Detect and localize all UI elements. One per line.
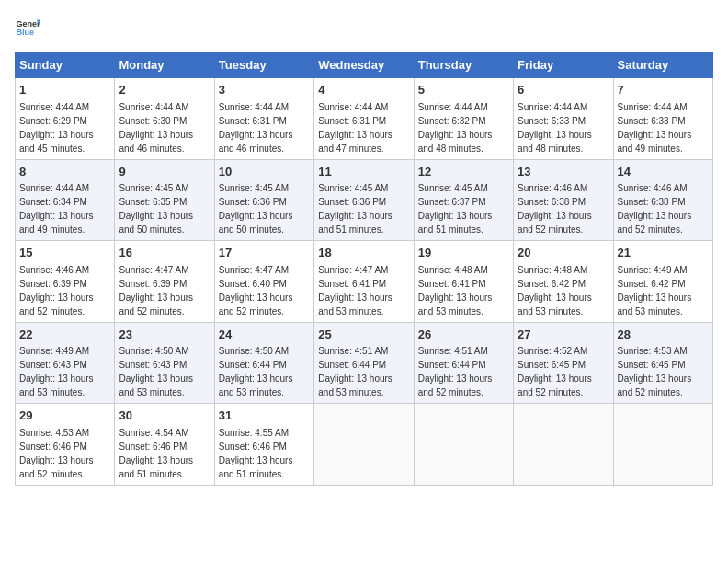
calendar-day-cell: 26 Sunrise: 4:51 AMSunset: 6:44 PMDaylig… bbox=[414, 322, 513, 404]
calendar-day-cell: 3 Sunrise: 4:44 AMSunset: 6:31 PMDayligh… bbox=[214, 78, 313, 160]
day-number: 3 bbox=[219, 82, 310, 98]
calendar-day-cell bbox=[613, 404, 712, 486]
calendar-day-cell: 19 Sunrise: 4:48 AMSunset: 6:41 PMDaylig… bbox=[414, 241, 513, 323]
day-info: Sunrise: 4:45 AMSunset: 6:36 PMDaylight:… bbox=[318, 183, 392, 235]
calendar-week-row: 1 Sunrise: 4:44 AMSunset: 6:29 PMDayligh… bbox=[16, 78, 713, 160]
calendar-day-cell bbox=[314, 404, 414, 486]
day-info: Sunrise: 4:52 AMSunset: 6:45 PMDaylight:… bbox=[518, 346, 592, 397]
day-info: Sunrise: 4:46 AMSunset: 6:39 PMDaylight:… bbox=[19, 265, 94, 316]
logo: General Blue bbox=[15, 15, 40, 40]
day-info: Sunrise: 4:45 AMSunset: 6:37 PMDaylight:… bbox=[418, 183, 493, 235]
calendar-day-cell: 14 Sunrise: 4:46 AMSunset: 6:38 PMDaylig… bbox=[613, 159, 712, 241]
day-number: 2 bbox=[119, 82, 210, 98]
svg-text:General: General bbox=[16, 19, 40, 29]
day-info: Sunrise: 4:45 AMSunset: 6:35 PMDaylight:… bbox=[119, 183, 193, 235]
calendar-day-cell: 31 Sunrise: 4:55 AMSunset: 6:46 PMDaylig… bbox=[214, 404, 313, 486]
day-info: Sunrise: 4:51 AMSunset: 6:44 PMDaylight:… bbox=[318, 346, 392, 397]
day-info: Sunrise: 4:46 AMSunset: 6:38 PMDaylight:… bbox=[518, 183, 592, 235]
day-number: 9 bbox=[119, 164, 210, 180]
day-number: 28 bbox=[618, 327, 709, 343]
day-number: 14 bbox=[618, 164, 709, 180]
day-info: Sunrise: 4:50 AMSunset: 6:44 PMDaylight:… bbox=[219, 346, 293, 397]
day-info: Sunrise: 4:49 AMSunset: 6:42 PMDaylight:… bbox=[618, 265, 692, 316]
weekday-header-cell: Wednesday bbox=[314, 52, 414, 78]
weekday-header-cell: Monday bbox=[115, 52, 214, 78]
calendar-day-cell: 7 Sunrise: 4:44 AMSunset: 6:33 PMDayligh… bbox=[613, 78, 712, 160]
calendar-day-cell: 17 Sunrise: 4:47 AMSunset: 6:40 PMDaylig… bbox=[214, 241, 313, 323]
calendar-day-cell: 30 Sunrise: 4:54 AMSunset: 6:46 PMDaylig… bbox=[115, 404, 214, 486]
day-number: 15 bbox=[19, 245, 110, 261]
calendar-table: SundayMondayTuesdayWednesdayThursdayFrid… bbox=[15, 52, 713, 486]
day-info: Sunrise: 4:44 AMSunset: 6:33 PMDaylight:… bbox=[518, 102, 592, 154]
calendar-day-cell: 27 Sunrise: 4:52 AMSunset: 6:45 PMDaylig… bbox=[514, 322, 613, 404]
calendar-week-row: 15 Sunrise: 4:46 AMSunset: 6:39 PMDaylig… bbox=[16, 241, 713, 323]
day-info: Sunrise: 4:53 AMSunset: 6:45 PMDaylight:… bbox=[618, 346, 692, 397]
calendar-day-cell: 22 Sunrise: 4:49 AMSunset: 6:43 PMDaylig… bbox=[16, 322, 115, 404]
weekday-header-cell: Friday bbox=[514, 52, 613, 78]
day-number: 13 bbox=[518, 164, 609, 180]
day-info: Sunrise: 4:54 AMSunset: 6:46 PMDaylight:… bbox=[119, 428, 193, 479]
calendar-day-cell: 4 Sunrise: 4:44 AMSunset: 6:31 PMDayligh… bbox=[314, 78, 414, 160]
day-number: 8 bbox=[19, 164, 110, 180]
day-info: Sunrise: 4:44 AMSunset: 6:31 PMDaylight:… bbox=[318, 102, 392, 154]
day-number: 16 bbox=[119, 245, 210, 261]
logo-icon: General Blue bbox=[15, 15, 40, 40]
day-info: Sunrise: 4:48 AMSunset: 6:42 PMDaylight:… bbox=[518, 265, 592, 316]
calendar-week-row: 8 Sunrise: 4:44 AMSunset: 6:34 PMDayligh… bbox=[16, 159, 713, 241]
weekday-header-cell: Sunday bbox=[16, 52, 115, 78]
day-number: 29 bbox=[19, 408, 110, 424]
calendar-day-cell: 11 Sunrise: 4:45 AMSunset: 6:36 PMDaylig… bbox=[314, 159, 414, 241]
calendar-day-cell bbox=[514, 404, 613, 486]
calendar-day-cell: 9 Sunrise: 4:45 AMSunset: 6:35 PMDayligh… bbox=[115, 159, 214, 241]
calendar-day-cell: 25 Sunrise: 4:51 AMSunset: 6:44 PMDaylig… bbox=[314, 322, 414, 404]
day-number: 31 bbox=[219, 408, 310, 424]
calendar-day-cell: 18 Sunrise: 4:47 AMSunset: 6:41 PMDaylig… bbox=[314, 241, 414, 323]
day-info: Sunrise: 4:44 AMSunset: 6:34 PMDaylight:… bbox=[19, 183, 94, 235]
svg-text:Blue: Blue bbox=[16, 28, 34, 37]
calendar-day-cell: 1 Sunrise: 4:44 AMSunset: 6:29 PMDayligh… bbox=[16, 78, 115, 160]
day-number: 7 bbox=[618, 82, 709, 98]
page-header: General Blue bbox=[15, 15, 713, 40]
weekday-header-cell: Saturday bbox=[613, 52, 712, 78]
calendar-day-cell: 2 Sunrise: 4:44 AMSunset: 6:30 PMDayligh… bbox=[115, 78, 214, 160]
calendar-day-cell: 13 Sunrise: 4:46 AMSunset: 6:38 PMDaylig… bbox=[514, 159, 613, 241]
day-number: 18 bbox=[318, 245, 409, 261]
day-info: Sunrise: 4:47 AMSunset: 6:40 PMDaylight:… bbox=[219, 265, 293, 316]
calendar-day-cell: 29 Sunrise: 4:53 AMSunset: 6:46 PMDaylig… bbox=[16, 404, 115, 486]
calendar-day-cell: 15 Sunrise: 4:46 AMSunset: 6:39 PMDaylig… bbox=[16, 241, 115, 323]
calendar-day-cell: 28 Sunrise: 4:53 AMSunset: 6:45 PMDaylig… bbox=[613, 322, 712, 404]
calendar-day-cell: 23 Sunrise: 4:50 AMSunset: 6:43 PMDaylig… bbox=[115, 322, 214, 404]
calendar-day-cell: 24 Sunrise: 4:50 AMSunset: 6:44 PMDaylig… bbox=[214, 322, 313, 404]
day-number: 12 bbox=[418, 164, 509, 180]
day-info: Sunrise: 4:48 AMSunset: 6:41 PMDaylight:… bbox=[418, 265, 493, 316]
day-number: 25 bbox=[318, 327, 409, 343]
day-info: Sunrise: 4:47 AMSunset: 6:41 PMDaylight:… bbox=[318, 265, 392, 316]
day-number: 26 bbox=[418, 327, 509, 343]
calendar-day-cell: 6 Sunrise: 4:44 AMSunset: 6:33 PMDayligh… bbox=[514, 78, 613, 160]
day-number: 27 bbox=[518, 327, 609, 343]
weekday-header-cell: Tuesday bbox=[214, 52, 313, 78]
day-number: 4 bbox=[318, 82, 409, 98]
calendar-body: 1 Sunrise: 4:44 AMSunset: 6:29 PMDayligh… bbox=[16, 78, 713, 486]
day-number: 6 bbox=[518, 82, 609, 98]
day-number: 24 bbox=[219, 327, 310, 343]
day-number: 11 bbox=[318, 164, 409, 180]
day-number: 10 bbox=[219, 164, 310, 180]
day-info: Sunrise: 4:44 AMSunset: 6:29 PMDaylight:… bbox=[19, 102, 94, 154]
day-number: 19 bbox=[418, 245, 509, 261]
weekday-header-row: SundayMondayTuesdayWednesdayThursdayFrid… bbox=[16, 52, 713, 78]
day-number: 17 bbox=[219, 245, 310, 261]
calendar-day-cell: 20 Sunrise: 4:48 AMSunset: 6:42 PMDaylig… bbox=[514, 241, 613, 323]
weekday-header-cell: Thursday bbox=[414, 52, 513, 78]
day-number: 23 bbox=[119, 327, 210, 343]
calendar-day-cell: 16 Sunrise: 4:47 AMSunset: 6:39 PMDaylig… bbox=[115, 241, 214, 323]
calendar-week-row: 29 Sunrise: 4:53 AMSunset: 6:46 PMDaylig… bbox=[16, 404, 713, 486]
day-number: 20 bbox=[518, 245, 609, 261]
day-info: Sunrise: 4:51 AMSunset: 6:44 PMDaylight:… bbox=[418, 346, 493, 397]
calendar-day-cell: 5 Sunrise: 4:44 AMSunset: 6:32 PMDayligh… bbox=[414, 78, 513, 160]
day-number: 21 bbox=[618, 245, 709, 261]
calendar-day-cell: 10 Sunrise: 4:45 AMSunset: 6:36 PMDaylig… bbox=[214, 159, 313, 241]
calendar-day-cell: 21 Sunrise: 4:49 AMSunset: 6:42 PMDaylig… bbox=[613, 241, 712, 323]
day-info: Sunrise: 4:55 AMSunset: 6:46 PMDaylight:… bbox=[219, 428, 293, 479]
day-info: Sunrise: 4:44 AMSunset: 6:30 PMDaylight:… bbox=[119, 102, 193, 154]
